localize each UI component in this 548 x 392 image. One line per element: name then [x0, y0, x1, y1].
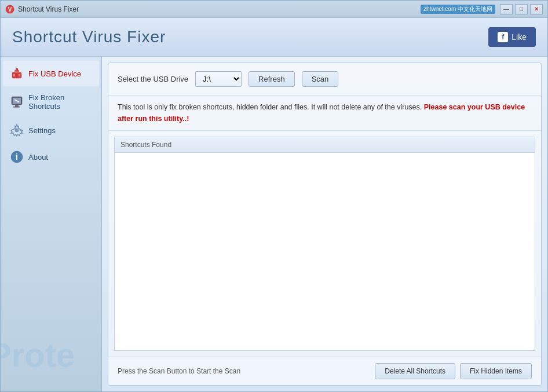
main-window: V Shortcut Virus Fixer zhtwnet.com 中文化天地… — [0, 0, 548, 392]
svg-text:V: V — [8, 6, 12, 13]
content-panel: Select the USB Drive J:\ Refresh Scan Th… — [108, 63, 542, 386]
like-label: Like — [512, 32, 527, 42]
content-area: Select the USB Drive J:\ Refresh Scan Th… — [102, 57, 547, 391]
svg-point-14 — [15, 129, 19, 132]
status-text: Press the Scan Button to Start the Scan — [118, 367, 240, 375]
sidebar-item-fix-broken[interactable]: Fix Broken Shortcuts — [3, 87, 99, 116]
shortcuts-body — [115, 153, 535, 350]
sidebar-item-fix-broken-label: Fix Broken Shortcuts — [28, 93, 92, 111]
sidebar-item-about[interactable]: i About — [3, 144, 99, 170]
sidebar-item-fix-usb-label: Fix USB Device — [28, 69, 81, 78]
shortcuts-header: Shortcuts Found — [115, 137, 535, 153]
info-text-normal: This tool is only fix broken shortcuts, … — [118, 103, 424, 111]
fix-hidden-items-button[interactable]: Fix Hidden Items — [460, 363, 532, 379]
main-content: Fix USB Device Fix Broken Shortcuts — [1, 57, 547, 391]
usb-drive-row: Select the USB Drive J:\ Refresh Scan — [108, 63, 541, 96]
window-title: Shortcut Virus Fixer — [18, 5, 421, 13]
svg-rect-5 — [13, 74, 15, 76]
about-icon: i — [10, 150, 24, 164]
drive-select[interactable]: J:\ — [195, 71, 242, 87]
shortcuts-table: Shortcuts Found — [114, 137, 535, 351]
window-controls: — □ ✕ — [500, 4, 543, 14]
maximize-button[interactable]: □ — [515, 4, 528, 14]
sidebar-item-fix-usb[interactable]: Fix USB Device — [3, 61, 99, 86]
action-buttons: Delete All Shortcuts Fix Hidden Items — [375, 363, 532, 379]
sidebar-item-about-label: About — [28, 153, 48, 162]
svg-rect-4 — [16, 68, 18, 71]
delete-all-shortcuts-button[interactable]: Delete All Shortcuts — [375, 363, 455, 379]
status-bar: Press the Scan Button to Start the Scan … — [108, 357, 541, 385]
sidebar-item-settings[interactable]: Settings — [3, 118, 99, 143]
info-text: This tool is only fix broken shortcuts, … — [108, 96, 541, 131]
sidebar: Fix USB Device Fix Broken Shortcuts — [1, 57, 102, 391]
sidebar-item-settings-label: Settings — [28, 126, 56, 135]
svg-rect-10 — [13, 107, 20, 108]
watermark-badge: zhtwnet.com 中文化天地网 — [421, 5, 495, 14]
scan-button[interactable]: Scan — [302, 71, 339, 87]
close-button[interactable]: ✕ — [530, 4, 543, 14]
refresh-button[interactable]: Refresh — [249, 71, 295, 87]
app-title: Shortcut Virus Fixer — [12, 28, 166, 46]
app-icon: V — [5, 5, 14, 14]
svg-text:i: i — [16, 152, 18, 162]
facebook-like-button[interactable]: f Like — [488, 27, 536, 47]
settings-icon — [10, 123, 24, 137]
usb-icon — [10, 67, 24, 80]
fix-broken-icon — [10, 95, 24, 109]
svg-rect-6 — [19, 74, 20, 76]
app-header: Shortcut Virus Fixer f Like — [1, 18, 547, 57]
titlebar: V Shortcut Virus Fixer zhtwnet.com 中文化天地… — [1, 1, 547, 18]
watermark-text: Prote — [1, 335, 75, 374]
minimize-button[interactable]: — — [500, 4, 513, 14]
svg-rect-9 — [15, 105, 19, 107]
usb-drive-label: Select the USB Drive — [118, 75, 188, 83]
facebook-icon: f — [498, 32, 508, 42]
